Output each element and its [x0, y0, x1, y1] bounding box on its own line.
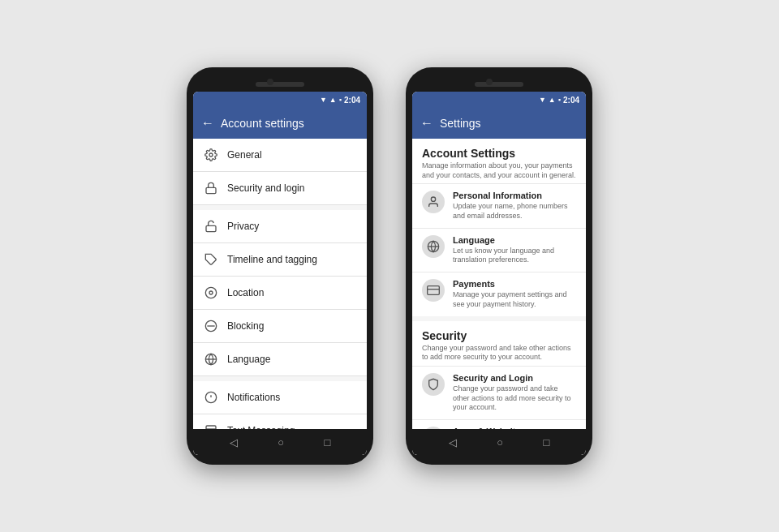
back-button-right[interactable]: ←: [420, 116, 433, 131]
menu-item-notifications[interactable]: Notifications: [193, 381, 367, 414]
app-bar-title-left: Account settings: [221, 117, 304, 130]
wifi-icon: ▼: [320, 96, 327, 104]
menu-item-notifications-label: Notifications: [227, 392, 280, 403]
nav-home-left[interactable]: ○: [278, 436, 284, 448]
person-icon: [422, 191, 445, 213]
account-settings-header: Account Settings Manage information abou…: [412, 139, 586, 183]
wifi-icon-right: ▼: [539, 96, 546, 104]
security-section: Security Change your password and take o…: [412, 321, 586, 430]
gear-icon: [203, 147, 219, 163]
svg-rect-18: [428, 286, 440, 295]
nav-menu-left[interactable]: □: [324, 436, 330, 448]
phone-nav-right: ◁ ○ □: [412, 429, 586, 455]
settings-item-security-content: Security and Login Change your password …: [453, 373, 576, 413]
lock-icon: [203, 180, 219, 196]
phone-left: ▼ ▲ ▪ 2:04 ← Account settings: [187, 67, 373, 465]
settings-item-language-content: Language Let us know your language and t…: [453, 235, 576, 265]
security-title: Security: [422, 329, 576, 342]
svg-rect-1: [206, 187, 216, 193]
app-bar-right: ← Settings: [412, 108, 586, 139]
app-bar-left: ← Account settings: [193, 108, 367, 139]
settings-item-security-login[interactable]: Security and Login Change your password …: [412, 366, 586, 419]
signal-icon: ▲: [329, 96, 337, 104]
app-bar-title-right: Settings: [440, 117, 481, 130]
settings-item-personal-content: Personal Information Update your name, p…: [453, 191, 576, 221]
privacy-icon: [203, 218, 219, 234]
settings-item-language-desc: Let us know your language and translatio…: [453, 247, 576, 265]
nav-back-right[interactable]: ◁: [449, 436, 457, 448]
svg-point-15: [431, 197, 435, 201]
battery-icon: ▪: [339, 96, 342, 104]
account-settings-desc: Manage information about you, your payme…: [422, 161, 576, 180]
settings-item-personal[interactable]: Personal Information Update your name, p…: [412, 183, 586, 227]
screen-right: ▼ ▲ ▪ 2:04 ← Settings Account Settings M…: [412, 92, 586, 455]
tag-icon: [203, 251, 219, 268]
menu-item-location-label: Location: [227, 287, 264, 298]
settings-item-payments-desc: Manage your payment settings and see you…: [453, 290, 576, 309]
settings-item-payments-content: Payments Manage your payment settings an…: [453, 279, 576, 309]
menu-item-blocking[interactable]: Blocking: [193, 310, 367, 343]
svg-point-0: [209, 153, 213, 157]
battery-icon-right: ▪: [558, 96, 561, 104]
menu-item-timeline-label: Timeline and tagging: [227, 254, 317, 265]
settings-item-apps[interactable]: Apps & Websites: [412, 419, 586, 429]
camera-right: [486, 79, 493, 85]
settings-item-personal-desc: Update your name, phone numbers and emai…: [453, 202, 576, 221]
svg-rect-2: [206, 225, 216, 231]
status-time-right: 2:04: [563, 96, 579, 105]
menu-item-privacy-label: Privacy: [227, 221, 259, 232]
menu-item-location[interactable]: Location: [193, 277, 367, 310]
globe-icon-left: [203, 351, 219, 367]
message-icon: [203, 423, 219, 429]
menu-item-timeline[interactable]: Timeline and tagging: [193, 243, 367, 277]
camera-left: [267, 79, 273, 85]
settings-item-payments-title: Payments: [453, 279, 576, 289]
status-icons-right: ▼ ▲ ▪ 2:04: [539, 96, 579, 105]
settings-item-personal-title: Personal Information: [453, 191, 576, 200]
settings-item-security-desc: Change your password and take other acti…: [453, 384, 576, 413]
menu-item-security[interactable]: Security and login: [193, 172, 367, 205]
location-icon: [203, 285, 219, 301]
menu-item-general-label: General: [227, 149, 262, 161]
status-time-left: 2:04: [344, 96, 360, 105]
menu-list-left: General Security and login: [193, 139, 367, 429]
svg-point-5: [209, 291, 213, 294]
menu-item-blocking-label: Blocking: [227, 320, 264, 332]
security-header: Security Change your password and take o…: [412, 321, 586, 366]
signal-icon-right: ▲: [549, 96, 556, 104]
menu-item-security-label: Security and login: [227, 182, 304, 194]
settings-item-language[interactable]: Language Let us know your language and t…: [412, 228, 586, 272]
globe-icon-right: [422, 235, 445, 258]
settings-content: Account Settings Manage information abou…: [412, 139, 586, 429]
settings-item-security-title: Security and Login: [453, 373, 576, 383]
status-icons-left: ▼ ▲ ▪ 2:04: [320, 96, 360, 105]
nav-back-left[interactable]: ◁: [230, 436, 238, 448]
account-settings-section: Account Settings Manage information abou…: [412, 139, 586, 316]
settings-item-language-title: Language: [453, 235, 576, 245]
menu-item-privacy[interactable]: Privacy: [193, 210, 367, 243]
menu-item-text-messaging[interactable]: Text Messaging: [193, 414, 367, 429]
shield-icon: [422, 373, 445, 396]
block-icon: [203, 318, 219, 334]
security-desc: Change your password and take other acti…: [422, 344, 576, 363]
back-button-left[interactable]: ←: [201, 116, 214, 131]
screen-left: ▼ ▲ ▪ 2:04 ← Account settings: [193, 92, 367, 455]
notifications-icon: [203, 389, 219, 405]
menu-item-general[interactable]: General: [193, 139, 367, 172]
phone-nav-left: ◁ ○ □: [193, 429, 367, 455]
status-bar-left: ▼ ▲ ▪ 2:04: [193, 92, 367, 108]
phones-container: ▼ ▲ ▪ 2:04 ← Account settings: [187, 67, 592, 465]
settings-item-payments[interactable]: Payments Manage your payment settings an…: [412, 272, 586, 315]
svg-point-4: [205, 287, 216, 298]
account-settings-title: Account Settings: [422, 147, 576, 160]
nav-menu-right[interactable]: □: [543, 436, 549, 448]
status-bar-right: ▼ ▲ ▪ 2:04: [412, 92, 586, 108]
nav-home-right[interactable]: ○: [497, 436, 503, 448]
payment-icon: [422, 279, 445, 302]
menu-item-language[interactable]: Language: [193, 343, 367, 376]
phone-right: ▼ ▲ ▪ 2:04 ← Settings Account Settings M…: [406, 67, 592, 465]
menu-item-language-label: Language: [227, 354, 270, 365]
